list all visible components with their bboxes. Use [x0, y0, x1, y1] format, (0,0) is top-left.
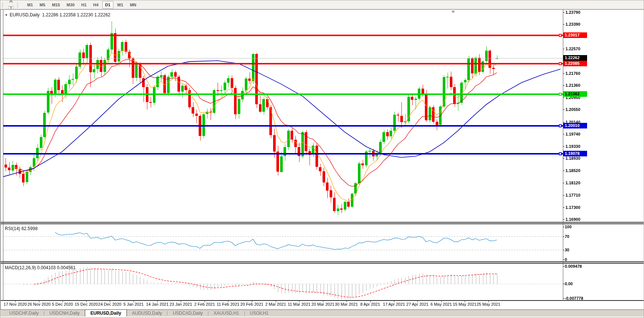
timeframe-mn-button[interactable]: MN — [127, 1, 139, 9]
chart-window: ▼EURUSD,Daily 1.22286 1.22358 1.22230 1.… — [0, 9, 644, 309]
toolbar: ⡇ FAT⇅▾ ⡇ M1M5M15M30H1H4D1W1MN — [0, 0, 644, 9]
price-chart-canvas[interactable] — [0, 9, 644, 309]
toolbar-grip[interactable]: ⡇ — [1, 2, 5, 7]
tab-xauusd-h1[interactable]: XAUUSD,H1 — [208, 310, 244, 317]
tab-usdchf-daily[interactable]: USDCHF,Daily — [4, 310, 44, 317]
tab-audusd-daily[interactable]: AUDUSD,Daily — [127, 310, 167, 317]
timeframe-d1-button[interactable]: D1 — [102, 1, 113, 9]
timeframe-m30-button[interactable]: M30 — [64, 1, 77, 9]
timeframe-h4-button[interactable]: H4 — [90, 1, 102, 9]
timeframe-m5-button[interactable]: M5 — [36, 1, 48, 9]
timeframe-toolbar: M1M5M15M30H1H4D1W1MN — [24, 1, 140, 9]
timeframe-toolbar-grip[interactable]: ⡇ — [17, 2, 20, 7]
symbol-tabbar: USDCHF,DailyUSDCNH,DailyEURUSD,DailyAUDU… — [0, 309, 644, 317]
tab-usdcnh-daily[interactable]: USDCNH,Daily — [44, 310, 85, 317]
text-label-icon: A — [9, 0, 13, 4]
tab-eurusd-daily[interactable]: EURUSD,Daily — [85, 309, 127, 317]
mt4-terminal: ⡇ FAT⇅▾ ⡇ M1M5M15M30H1H4D1W1MN ▼EURUSD,D… — [0, 0, 644, 318]
tab-usoil-h1[interactable]: USOil,H1 — [245, 310, 274, 317]
tab-usdcad-daily[interactable]: USDCAD,Daily — [167, 310, 208, 317]
timeframe-m15-button[interactable]: M15 — [49, 1, 63, 9]
timeframe-w1-button[interactable]: W1 — [114, 1, 126, 9]
timeframe-m1-button[interactable]: M1 — [24, 1, 36, 9]
text-label-tool-button[interactable]: A — [7, 0, 15, 5]
timeframe-h1-button[interactable]: H1 — [78, 1, 89, 9]
status-strip — [0, 317, 644, 318]
